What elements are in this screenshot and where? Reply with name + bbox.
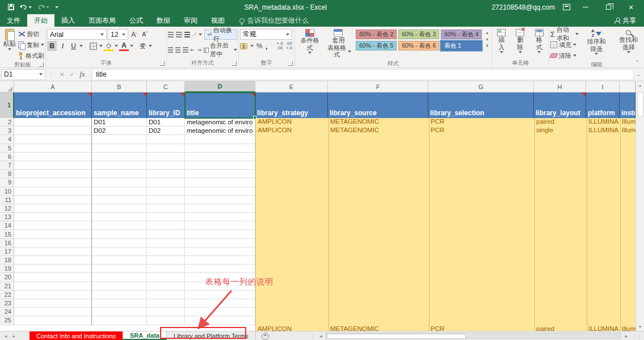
- cell[interactable]: [147, 239, 185, 247]
- cell[interactable]: [92, 178, 147, 187]
- resize-grip-icon[interactable]: ⋮⋮: [632, 333, 642, 339]
- cell[interactable]: paired: [534, 118, 587, 127]
- clipboard-dialog-launcher[interactable]: [39, 62, 44, 67]
- row-number[interactable]: 14: [0, 221, 14, 230]
- cell[interactable]: [147, 256, 185, 265]
- cell[interactable]: [92, 144, 147, 153]
- customize-qat-icon[interactable]: [55, 6, 58, 9]
- cell[interactable]: [92, 135, 147, 144]
- cell[interactable]: [185, 170, 255, 178]
- cell-style-chip[interactable]: 60% - 着色 6: [398, 41, 439, 51]
- sort-filter-button[interactable]: AZ 排序和筛选: [582, 28, 611, 56]
- yellow-data-row[interactable]: AMPLICONMETAGENOMICPCRsingleILLUMINAIllu…: [256, 127, 635, 135]
- cell[interactable]: [92, 239, 147, 247]
- cell[interactable]: [92, 308, 147, 316]
- cell-style-chip[interactable]: 60% - 着色 5: [356, 41, 397, 51]
- cell[interactable]: [185, 196, 255, 204]
- cell[interactable]: METAGENOMIC: [329, 127, 429, 135]
- close-button[interactable]: ×: [624, 2, 638, 12]
- cell[interactable]: [92, 213, 147, 221]
- row-number[interactable]: 20: [0, 273, 14, 282]
- column-header-partial[interactable]: [620, 81, 635, 93]
- horizontal-scrollbar[interactable]: [326, 333, 621, 339]
- orientation-dropdown-icon[interactable]: [199, 33, 202, 36]
- cell[interactable]: [147, 135, 185, 144]
- autosum-button[interactable]: Σ自动求和: [550, 29, 579, 39]
- cell[interactable]: [185, 239, 255, 247]
- row-number[interactable]: 5: [0, 144, 14, 153]
- cell[interactable]: [14, 178, 92, 187]
- cell[interactable]: [92, 299, 147, 308]
- align-center-icon[interactable]: [175, 47, 180, 53]
- cell[interactable]: [147, 170, 185, 178]
- cell[interactable]: [14, 230, 92, 238]
- cell[interactable]: [147, 282, 185, 291]
- cell[interactable]: [147, 316, 185, 325]
- underline-dropdown-icon[interactable]: [79, 45, 83, 47]
- column-header-i[interactable]: I: [586, 81, 620, 93]
- cell[interactable]: [92, 316, 147, 325]
- shrink-font-button[interactable]: Aˇ: [140, 30, 150, 40]
- insert-cells-button[interactable]: 插入: [493, 28, 510, 54]
- row-number[interactable]: 18: [0, 256, 14, 265]
- tab-splitter-icon[interactable]: ⋮: [310, 333, 315, 339]
- tell-me-box[interactable]: 告诉我你想要做什么: [231, 14, 309, 27]
- header-cell-sample_name[interactable]: sample_name: [92, 93, 147, 118]
- share-button[interactable]: 共享: [607, 14, 644, 27]
- cell[interactable]: AMPLICON: [256, 118, 329, 127]
- cell[interactable]: D01: [92, 118, 147, 127]
- cell[interactable]: [185, 230, 255, 238]
- row-number[interactable]: 24: [0, 308, 14, 316]
- font-dialog-launcher[interactable]: [160, 61, 165, 66]
- cell[interactable]: Illumi: [620, 118, 635, 127]
- cell[interactable]: [14, 118, 92, 127]
- align-left-icon[interactable]: [168, 47, 173, 53]
- wrap-text-button[interactable]: ⏎自动换行: [204, 30, 237, 40]
- row-number[interactable]: 8: [0, 170, 14, 178]
- cell[interactable]: PCR: [429, 118, 534, 127]
- delete-cells-button[interactable]: 删除: [512, 28, 528, 54]
- cell[interactable]: [14, 196, 92, 204]
- header-cell-library_strategy[interactable]: library_strategy: [255, 93, 328, 118]
- align-top-icon[interactable]: [168, 32, 174, 38]
- cell[interactable]: [185, 153, 255, 161]
- column-header-b[interactable]: B: [92, 81, 147, 93]
- row-number[interactable]: 11: [0, 196, 14, 204]
- row-number[interactable]: 13: [0, 213, 14, 221]
- tab-file[interactable]: 文件: [0, 14, 27, 27]
- cell[interactable]: [147, 265, 185, 273]
- find-select-button[interactable]: 查找和选择: [614, 28, 643, 54]
- tab-data[interactable]: 数据: [150, 14, 177, 27]
- cut-button[interactable]: 剪切: [18, 29, 44, 39]
- cell[interactable]: [92, 265, 147, 273]
- cell[interactable]: [92, 153, 147, 161]
- merge-center-button[interactable]: 合并后居中: [204, 41, 237, 58]
- grow-font-button[interactable]: Aˆ: [129, 30, 139, 40]
- cell[interactable]: [147, 291, 185, 299]
- new-sheet-button[interactable]: [262, 333, 269, 340]
- cell[interactable]: [14, 135, 92, 144]
- tab-review[interactable]: 审阅: [177, 14, 204, 27]
- row-number[interactable]: 17: [0, 247, 14, 256]
- column-header-g[interactable]: G: [428, 81, 534, 93]
- font-color-button[interactable]: A: [119, 41, 129, 51]
- tab-formulas[interactable]: 公式: [123, 14, 150, 27]
- fill-color-button[interactable]: ◇: [104, 41, 113, 51]
- confirm-entry-icon[interactable]: ✓: [67, 71, 77, 78]
- cell[interactable]: single: [534, 127, 587, 135]
- row-number[interactable]: 6: [0, 153, 14, 161]
- hscroll-left-icon[interactable]: ◂: [318, 333, 324, 339]
- cell[interactable]: [92, 170, 147, 178]
- format-as-table-button[interactable]: 套用 表格格式: [323, 28, 353, 60]
- cell[interactable]: [185, 213, 255, 221]
- header-cell-platform[interactable]: platform: [586, 93, 620, 118]
- select-all-corner[interactable]: [0, 81, 14, 93]
- row-number[interactable]: 10: [0, 187, 14, 196]
- gallery-down-icon[interactable]: ▾: [486, 37, 489, 42]
- underline-button[interactable]: U: [69, 41, 78, 51]
- header-cell-library_selection[interactable]: library_selection: [428, 93, 534, 118]
- sheet-tab-sra-data[interactable]: SRA_data: [123, 331, 167, 340]
- cell[interactable]: [14, 299, 92, 308]
- cell[interactable]: [14, 239, 92, 247]
- tab-home[interactable]: 开始: [27, 14, 54, 27]
